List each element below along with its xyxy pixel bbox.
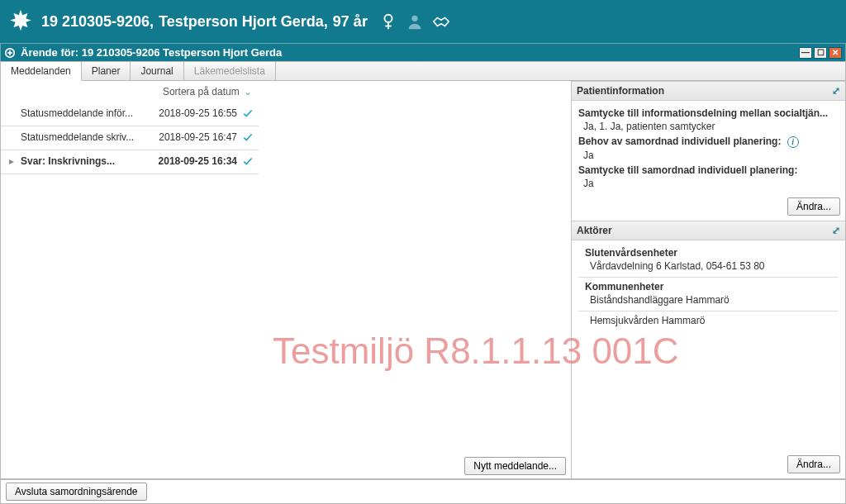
patient-banner: 19 210305-9206, Testperson Hjort Gerda, … bbox=[0, 0, 846, 43]
tab-meddelanden[interactable]: Meddelanden bbox=[1, 62, 82, 81]
plus-circle-icon bbox=[4, 47, 16, 59]
svg-point-0 bbox=[384, 15, 392, 22]
consent-value: Ja, 1. Ja, patienten samtycker bbox=[583, 121, 839, 132]
check-icon bbox=[242, 131, 254, 143]
svg-point-3 bbox=[411, 16, 417, 21]
divider bbox=[578, 277, 839, 278]
close-case-button[interactable]: Avsluta samordningsärende bbox=[6, 483, 147, 501]
aktorer-body: Slutenvårdsenheter Vårdavdelning 6 Karls… bbox=[572, 240, 845, 333]
sort-control[interactable]: Sortera på datum ⌄ bbox=[1, 81, 259, 102]
tab-journal[interactable]: Journal bbox=[131, 62, 183, 80]
tab-lakemedelslista: Läkemedelslista bbox=[184, 62, 276, 80]
slutenvard-value: Vårdavdelning 6 Karlstad, 054-61 53 80 bbox=[590, 260, 839, 272]
message-item[interactable]: Statusmeddelande inför... 2018-09-25 16:… bbox=[1, 102, 259, 126]
kommun-value-2: Hemsjukvården Hammarö bbox=[590, 315, 839, 326]
aktorer-header-label: Aktörer bbox=[577, 225, 612, 236]
aktorer-header[interactable]: Aktörer ⤢ bbox=[572, 221, 845, 240]
patientinfo-header-label: Patientinformation bbox=[577, 85, 664, 97]
window-minimize-button[interactable]: — bbox=[799, 47, 812, 59]
new-message-button[interactable]: Nytt meddelande... bbox=[464, 457, 566, 475]
patient-ssn: 19 210305-9206, bbox=[41, 13, 154, 31]
consent2-value: Ja bbox=[583, 178, 839, 189]
need-label: Behov av samordnad individuell planering… bbox=[578, 136, 839, 148]
message-date: 2018-09-25 16:34 bbox=[159, 155, 237, 167]
patientinfo-header[interactable]: Patientinformation ⤢ bbox=[572, 81, 845, 101]
consent-label: Samtycke till informationsdelning mellan… bbox=[578, 107, 839, 119]
tab-planer[interactable]: Planer bbox=[82, 62, 131, 80]
patientinfo-body: Samtycke till informationsdelning mellan… bbox=[572, 101, 845, 194]
person-icon[interactable] bbox=[406, 12, 424, 31]
consent2-label: Samtycke till samordnad individuell plan… bbox=[578, 164, 839, 176]
need-label-text: Behov av samordnad individuell planering… bbox=[578, 136, 781, 147]
right-sidebar: Patientinformation ⤢ Samtycke till infor… bbox=[571, 81, 845, 478]
message-item[interactable]: ▸ Svar: Inskrivnings... 2018-09-25 16:34 bbox=[1, 150, 259, 174]
message-preview-pane: Nytt meddelande... bbox=[259, 81, 571, 478]
message-date: 2018-09-25 16:55 bbox=[159, 107, 237, 119]
patient-age: 97 år bbox=[333, 13, 368, 31]
need-value: Ja bbox=[583, 150, 839, 161]
message-title: Svar: Inskrivnings... bbox=[21, 155, 154, 167]
divider bbox=[578, 311, 839, 311]
check-icon bbox=[242, 107, 254, 119]
handshake-icon[interactable] bbox=[432, 12, 450, 31]
window-title: Ärende för: 19 210305-9206 Testperson Hj… bbox=[21, 46, 282, 59]
medical-star-icon bbox=[7, 7, 35, 36]
tab-bar: Meddelanden Planer Journal Läkemedelslis… bbox=[0, 61, 846, 81]
window-maximize-button[interactable]: ☐ bbox=[814, 47, 827, 59]
footer-bar: Avsluta samordningsärende bbox=[0, 479, 846, 504]
message-date: 2018-09-25 16:47 bbox=[159, 131, 237, 143]
content-area: Sortera på datum ⌄ Statusmeddelande infö… bbox=[0, 81, 846, 479]
collapse-icon[interactable]: ⤢ bbox=[832, 225, 840, 236]
window-close-button[interactable]: ✕ bbox=[829, 47, 842, 59]
info-icon[interactable]: i bbox=[787, 136, 799, 148]
slutenvard-label: Slutenvårdsenheter bbox=[585, 247, 839, 259]
sort-label: Sortera på datum bbox=[163, 86, 240, 97]
message-title: Statusmeddelande skriv... bbox=[21, 131, 154, 143]
window-titlebar: Ärende för: 19 210305-9206 Testperson Hj… bbox=[0, 43, 846, 61]
patientinfo-edit-button[interactable]: Ändra... bbox=[787, 197, 840, 216]
message-list-pane: Sortera på datum ⌄ Statusmeddelande infö… bbox=[1, 81, 259, 478]
aktorer-edit-button[interactable]: Ändra... bbox=[787, 455, 840, 473]
collapse-icon[interactable]: ⤢ bbox=[832, 85, 840, 97]
patient-name: Testperson Hjort Gerda, bbox=[159, 13, 328, 31]
kommun-label: Kommunenheter bbox=[585, 281, 839, 292]
gender-female-icon bbox=[379, 12, 397, 31]
check-icon bbox=[242, 155, 254, 167]
chevron-down-icon: ⌄ bbox=[244, 86, 252, 97]
message-item[interactable]: Statusmeddelande skriv... 2018-09-25 16:… bbox=[1, 126, 259, 150]
message-title: Statusmeddelande inför... bbox=[21, 107, 154, 119]
kommun-value-1: Biståndshandläggare Hammarö bbox=[590, 294, 839, 306]
caret-right-icon: ▸ bbox=[9, 155, 16, 167]
